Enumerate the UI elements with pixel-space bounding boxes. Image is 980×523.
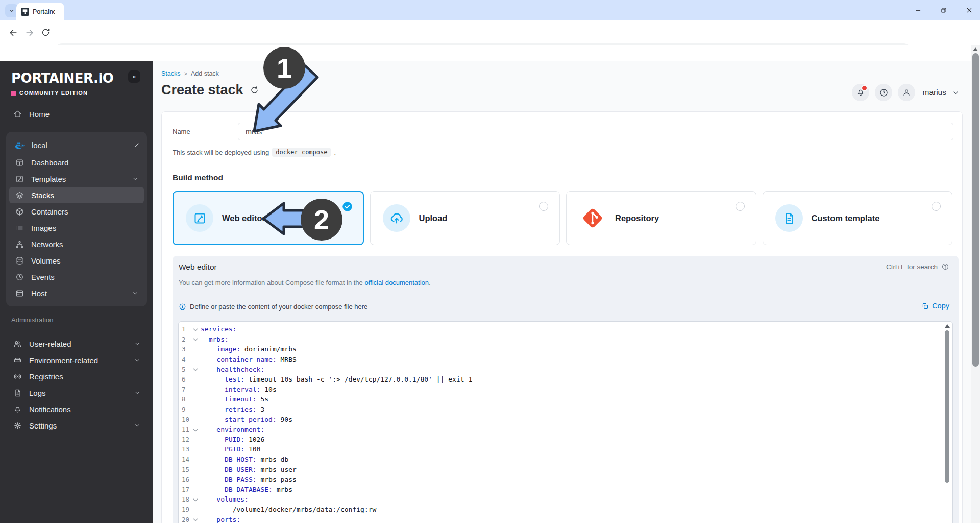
- notifications-button[interactable]: [852, 84, 869, 101]
- fold-chevron-icon[interactable]: [190, 327, 201, 332]
- line-number: 7: [179, 386, 190, 393]
- name-input[interactable]: [238, 123, 953, 140]
- radio-unselected-icon[interactable]: [539, 202, 548, 211]
- code-line[interactable]: 15 DB_USER: mrbs-user: [179, 464, 952, 474]
- code-line[interactable]: 20 ports:: [179, 514, 952, 523]
- line-number: 3: [179, 345, 190, 353]
- sidebar-item-logs[interactable]: Logs: [7, 385, 146, 401]
- close-environment-icon[interactable]: [134, 142, 140, 148]
- close-window-icon[interactable]: [966, 7, 973, 14]
- sidebar-item-templates[interactable]: Templates: [9, 171, 144, 187]
- code-line[interactable]: 7 interval: 10s: [179, 385, 952, 395]
- templates-icon: [15, 175, 24, 183]
- sidebar-item-host[interactable]: Host: [9, 285, 144, 301]
- breadcrumb-stacks-link[interactable]: Stacks: [161, 70, 181, 77]
- build-method-web-editor[interactable]: Web editor: [173, 191, 364, 245]
- sidebar-item-environment-related[interactable]: Environment-related: [7, 352, 146, 368]
- build-method-custom-template[interactable]: Custom template: [763, 191, 953, 245]
- back-icon[interactable]: [8, 28, 18, 38]
- sidebar-item-volumes[interactable]: Volumes: [9, 252, 144, 269]
- sidebar-item-events[interactable]: Events: [9, 269, 144, 285]
- compose-code-editor[interactable]: 1services:2 mrbs:3 image: dorianim/mrbs4…: [178, 321, 953, 523]
- fold-chevron-icon[interactable]: [190, 367, 201, 372]
- code-line[interactable]: 13 PGID: 100: [179, 444, 952, 455]
- sidebar-collapse-button[interactable]: «: [128, 70, 140, 83]
- line-number: 16: [179, 476, 190, 483]
- edition-badge: COMMUNITY EDITION: [11, 90, 88, 96]
- code-text: DB_PASS: mrbs-pass: [201, 476, 952, 483]
- sidebar-item-notifications[interactable]: Notifications: [7, 401, 146, 417]
- radio-unselected-icon[interactable]: [736, 202, 745, 211]
- code-line[interactable]: 14 DB_HOST: mrbs-db: [179, 455, 952, 465]
- code-line[interactable]: 17 DB_DATABASE: mrbs: [179, 485, 952, 495]
- code-line[interactable]: 16 DB_PASS: mrbs-pass: [179, 474, 952, 485]
- name-label: Name: [173, 128, 190, 135]
- code-line[interactable]: 18 volumes:: [179, 494, 952, 505]
- sidebar: PORTAINER.iO COMMUNITY EDITION Home loca…: [0, 61, 153, 523]
- fold-spacer: [190, 348, 201, 350]
- scrollbar-thumb[interactable]: [972, 53, 979, 367]
- reload-icon[interactable]: [41, 28, 51, 37]
- docker-whale-icon: [14, 140, 26, 150]
- fold-spacer: [190, 419, 201, 420]
- refresh-icon[interactable]: [250, 85, 259, 95]
- sidebar-item-containers[interactable]: Containers: [9, 203, 144, 220]
- editor-scrollbar[interactable]: [945, 330, 949, 483]
- code-text: test: timeout 10s bash -c ':> /dev/tcp/1…: [201, 375, 952, 383]
- code-text: - /volume1/docker/mrbs/data:/config:rw: [201, 506, 952, 513]
- sidebar-item-networks[interactable]: Networks: [9, 236, 144, 252]
- web-editor-icon: [193, 211, 207, 225]
- user-name[interactable]: marius: [922, 88, 946, 97]
- editor-scroll-up-icon[interactable]: [945, 324, 950, 328]
- page-top-strip: [0, 45, 980, 61]
- user-menu-chevron-icon[interactable]: [952, 89, 960, 97]
- forward-icon[interactable]: [24, 28, 35, 38]
- sidebar-item-home[interactable]: Home: [7, 106, 157, 122]
- minimize-icon[interactable]: [915, 7, 922, 14]
- fold-chevron-icon[interactable]: [190, 517, 201, 522]
- tab-close-icon[interactable]: [56, 9, 60, 14]
- copy-button[interactable]: Copy: [921, 302, 949, 310]
- sidebar-item-label: Templates: [31, 175, 125, 183]
- code-text: image: dorianim/mrbs: [201, 345, 952, 353]
- page-scrollbar[interactable]: [971, 45, 980, 523]
- code-line[interactable]: 3 image: dorianim/mrbs: [179, 344, 952, 354]
- fold-chevron-icon[interactable]: [190, 427, 201, 432]
- code-line[interactable]: 2 mrbs:: [179, 335, 952, 345]
- code-line[interactable]: 5 healthcheck:: [179, 364, 952, 374]
- environment-local[interactable]: local: [9, 136, 144, 154]
- code-line[interactable]: 4 container_name: MRBS: [179, 354, 952, 365]
- user-button[interactable]: [898, 84, 915, 101]
- sidebar-item-images[interactable]: Images: [9, 220, 144, 236]
- code-line[interactable]: 8 timeout: 5s: [179, 394, 952, 405]
- code-line[interactable]: 12 PUID: 1026: [179, 435, 952, 445]
- sidebar-item-settings[interactable]: Settings: [7, 417, 146, 434]
- scroll-up-icon[interactable]: [973, 47, 978, 51]
- radio-unselected-icon[interactable]: [932, 202, 941, 211]
- code-line[interactable]: 19 - /volume1/docker/mrbs/data:/config:r…: [179, 505, 952, 515]
- code-line[interactable]: 6 test: timeout 10s bash -c ':> /dev/tcp…: [179, 374, 952, 385]
- code-line[interactable]: 11 environment:: [179, 424, 952, 435]
- build-method-repository[interactable]: Repository: [566, 191, 756, 245]
- code-line[interactable]: 9 retries: 3: [179, 405, 952, 415]
- fold-spacer: [190, 389, 201, 390]
- official-documentation-link[interactable]: official documentation: [364, 279, 429, 287]
- help-circle-icon[interactable]: [941, 263, 949, 271]
- sidebar-item-stacks[interactable]: Stacks: [9, 187, 144, 203]
- code-line[interactable]: 10 start_period: 90s: [179, 414, 952, 424]
- help-button[interactable]: [875, 84, 892, 101]
- browser-tab[interactable]: Portainer: [16, 3, 64, 20]
- code-text: retries: 3: [201, 406, 952, 413]
- fold-chevron-icon[interactable]: [190, 497, 201, 502]
- code-line[interactable]: 1services:: [179, 324, 952, 335]
- sidebar-item-registries[interactable]: Registries: [7, 368, 146, 385]
- containers-icon: [15, 207, 24, 216]
- build-method-upload[interactable]: Upload: [370, 191, 560, 245]
- fold-chevron-icon[interactable]: [190, 337, 201, 342]
- restore-icon[interactable]: [940, 7, 947, 14]
- git-icon: [580, 205, 605, 231]
- sidebar-item-user-related[interactable]: User-related: [7, 336, 146, 352]
- sidebar-item-dashboard[interactable]: Dashboard: [9, 154, 144, 171]
- volumes-icon: [15, 256, 24, 265]
- portainer-favicon-icon: [21, 8, 29, 16]
